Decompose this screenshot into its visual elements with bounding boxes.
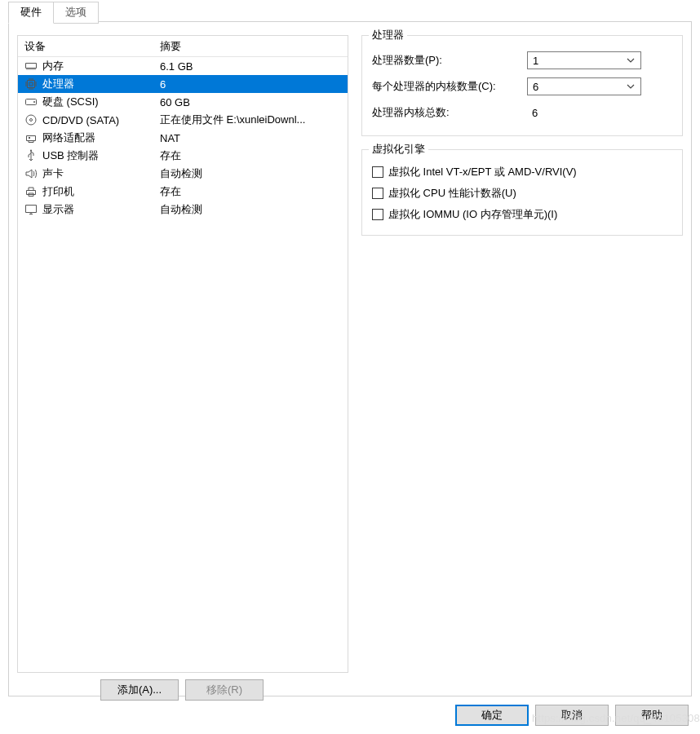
- device-summary: 自动检测: [160, 166, 348, 181]
- virtualization-group: 虚拟化引擎 虚拟化 Intel VT-x/EPT 或 AMD-V/RVI(V) …: [361, 149, 683, 236]
- tab-panel: 设备 摘要 内存6.1 GB处理器6硬盘 (SCSI)60 GBCD/DVD (…: [8, 21, 692, 696]
- virtualize-iommu-label: 虚拟化 IOMMU (IO 内存管理单元)(I): [388, 207, 557, 222]
- total-cores-value: 6: [527, 107, 672, 119]
- sound-icon: [24, 167, 38, 180]
- device-row[interactable]: 处理器6: [18, 75, 348, 93]
- device-name: 显示器: [42, 202, 74, 217]
- disk-icon: [24, 95, 38, 108]
- device-summary: 存在: [160, 184, 348, 199]
- cd-icon: [24, 113, 38, 126]
- device-name: 声卡: [42, 166, 64, 181]
- svg-rect-11: [29, 188, 33, 191]
- svg-point-4: [33, 101, 35, 103]
- svg-rect-2: [29, 82, 33, 86]
- svg-rect-10: [27, 191, 36, 195]
- device-name: 打印机: [42, 184, 74, 199]
- tab-hardware[interactable]: 硬件: [8, 2, 54, 24]
- chevron-down-icon: [624, 56, 637, 64]
- cancel-button[interactable]: 取消: [535, 705, 609, 726]
- device-row[interactable]: 内存6.1 GB: [18, 57, 348, 75]
- processor-count-value: 1: [533, 55, 538, 67]
- device-row[interactable]: 网络适配器NAT: [18, 129, 348, 147]
- device-name: CD/DVD (SATA): [42, 114, 119, 126]
- svg-point-6: [30, 119, 33, 122]
- remove-button: 移除(R): [185, 679, 264, 701]
- device-summary: 正在使用文件 E:\xunleiDownl...: [160, 113, 348, 127]
- help-button[interactable]: 帮助: [615, 705, 689, 726]
- device-list-header: 设备 摘要: [18, 36, 348, 57]
- device-name: 硬盘 (SCSI): [42, 95, 99, 109]
- tab-options[interactable]: 选项: [53, 2, 99, 24]
- processor-count-combo[interactable]: 1: [527, 51, 641, 69]
- ok-button[interactable]: 确定: [455, 705, 529, 726]
- svg-rect-1: [28, 81, 35, 88]
- virtualize-iommu-checkbox[interactable]: [372, 209, 383, 220]
- display-icon: [24, 203, 38, 216]
- device-summary: 60 GB: [160, 96, 348, 108]
- memory-icon: [24, 60, 38, 73]
- device-list-pane: 设备 摘要 内存6.1 GB处理器6硬盘 (SCSI)60 GBCD/DVD (…: [17, 35, 348, 673]
- svg-rect-13: [26, 206, 37, 213]
- device-summary: 6.1 GB: [160, 60, 348, 73]
- device-summary: 存在: [160, 148, 348, 163]
- processors-legend: 处理器: [369, 28, 407, 42]
- device-summary: NAT: [160, 132, 348, 144]
- virtualize-vt-checkbox[interactable]: [372, 166, 383, 178]
- device-row[interactable]: 显示器自动检测: [18, 201, 348, 219]
- printer-icon: [24, 185, 38, 198]
- chevron-down-icon: [624, 82, 637, 91]
- column-header-summary[interactable]: 摘要: [160, 39, 348, 54]
- svg-point-5: [26, 115, 36, 125]
- device-row[interactable]: 声卡自动检测: [18, 165, 348, 183]
- cores-per-processor-value: 6: [533, 81, 538, 93]
- virtualize-vt-label: 虚拟化 Intel VT-x/EPT 或 AMD-V/RVI(V): [388, 165, 577, 179]
- device-name: 内存: [42, 59, 64, 73]
- usb-icon: [24, 149, 38, 162]
- cores-per-processor-label: 每个处理器的内核数量(C):: [372, 79, 527, 94]
- device-name: 处理器: [42, 77, 74, 91]
- cpu-icon: [24, 77, 38, 91]
- svg-rect-0: [26, 64, 37, 69]
- device-name: 网络适配器: [42, 130, 95, 145]
- svg-point-9: [30, 150, 32, 152]
- device-summary: 自动检测: [160, 202, 348, 217]
- svg-rect-7: [27, 136, 36, 141]
- device-row[interactable]: 硬盘 (SCSI)60 GB: [18, 93, 348, 111]
- device-name: USB 控制器: [42, 148, 99, 163]
- svg-rect-8: [29, 137, 30, 139]
- net-icon: [24, 131, 38, 144]
- add-button[interactable]: 添加(A)...: [100, 679, 179, 701]
- device-row[interactable]: USB 控制器存在: [18, 147, 348, 165]
- column-header-device[interactable]: 设备: [18, 39, 160, 54]
- device-row[interactable]: 打印机存在: [18, 183, 348, 201]
- cores-per-processor-combo[interactable]: 6: [527, 77, 641, 95]
- virtualize-cpu-counters-label: 虚拟化 CPU 性能计数器(U): [388, 186, 516, 201]
- virtualization-legend: 虚拟化引擎: [369, 142, 428, 157]
- device-row[interactable]: CD/DVD (SATA)正在使用文件 E:\xunleiDownl...: [18, 111, 348, 129]
- virtualize-cpu-counters-checkbox[interactable]: [372, 188, 383, 199]
- processor-count-label: 处理器数量(P):: [372, 53, 527, 68]
- total-cores-label: 处理器内核总数:: [372, 105, 527, 120]
- processors-group: 处理器 处理器数量(P): 1 每个处理器的内核数量(C): 6: [361, 35, 683, 136]
- device-summary: 6: [160, 78, 348, 91]
